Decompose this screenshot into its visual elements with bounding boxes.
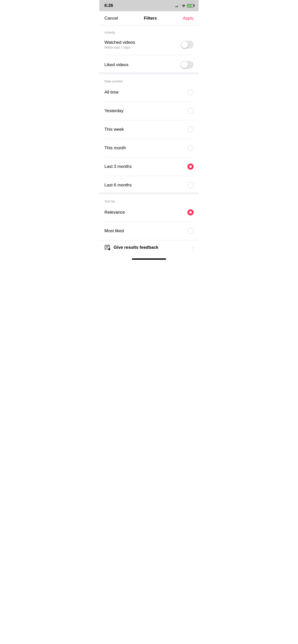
date-posted-section-label: Date posted bbox=[99, 74, 199, 85]
status-icons: ⚡ bbox=[175, 4, 194, 7]
signal-icon bbox=[175, 4, 180, 7]
divider bbox=[104, 55, 194, 55]
status-bar: 6:26 ⚡ bbox=[99, 0, 199, 11]
this-week-label: This week bbox=[104, 127, 124, 132]
toggle-knob-2 bbox=[181, 61, 188, 68]
battery-icon: ⚡ bbox=[187, 4, 194, 7]
last-3-months-radio[interactable] bbox=[187, 164, 194, 170]
liked-videos-label: Liked videos bbox=[104, 62, 129, 67]
all-time-label: All time bbox=[104, 90, 119, 95]
relevance-selected-indicator bbox=[187, 209, 194, 215]
most-liked-row[interactable]: Most liked bbox=[99, 224, 199, 238]
section-divider-1 bbox=[99, 72, 199, 74]
all-time-radio[interactable] bbox=[187, 89, 194, 95]
divider-6 bbox=[104, 176, 194, 176]
divider-3 bbox=[104, 120, 194, 120]
section-divider-2 bbox=[99, 192, 199, 194]
this-week-radio[interactable] bbox=[187, 126, 194, 133]
divider-7 bbox=[104, 222, 194, 222]
apply-button[interactable]: Apply bbox=[183, 16, 194, 21]
last-3-months-label: Last 3 months bbox=[104, 164, 132, 169]
relevance-radio[interactable] bbox=[187, 209, 194, 215]
this-week-row[interactable]: This week bbox=[99, 122, 199, 137]
yesterday-row[interactable]: Yesterday bbox=[99, 104, 199, 118]
this-month-label: This month bbox=[104, 145, 126, 151]
home-indicator bbox=[99, 255, 199, 263]
cancel-button[interactable]: Cancel bbox=[104, 16, 118, 21]
feedback-text: Give results feedback bbox=[114, 245, 158, 250]
sort-by-section-label: Sort by bbox=[99, 194, 199, 205]
home-bar bbox=[132, 258, 166, 260]
all-time-row[interactable]: All time bbox=[99, 85, 199, 99]
divider-5 bbox=[104, 157, 194, 157]
watched-videos-toggle[interactable] bbox=[181, 41, 194, 49]
nav-bar: Cancel Filters Apply bbox=[99, 11, 199, 25]
toggle-knob bbox=[181, 41, 188, 48]
watched-videos-row: Watched videos Within last 7 days bbox=[99, 36, 199, 53]
page-title: Filters bbox=[144, 16, 157, 21]
relevance-label: Relevance bbox=[104, 210, 125, 215]
most-liked-radio[interactable] bbox=[187, 228, 194, 234]
status-time: 6:26 bbox=[104, 3, 113, 8]
divider-4 bbox=[104, 139, 194, 139]
last-6-months-label: Last 6 months bbox=[104, 183, 132, 188]
watched-videos-sublabel: Within last 7 days bbox=[104, 46, 135, 49]
divider-2 bbox=[104, 101, 194, 102]
this-month-row[interactable]: This month bbox=[99, 141, 199, 155]
yesterday-label: Yesterday bbox=[104, 108, 124, 113]
feedback-row[interactable]: Give results feedback › bbox=[99, 240, 199, 255]
wifi-icon bbox=[182, 4, 186, 7]
radio-selected-indicator bbox=[187, 164, 194, 170]
last-3-months-row[interactable]: Last 3 months bbox=[99, 159, 199, 174]
last-6-months-row[interactable]: Last 6 months bbox=[99, 178, 199, 192]
relevance-row[interactable]: Relevance bbox=[99, 205, 199, 219]
most-liked-label: Most liked bbox=[104, 228, 124, 233]
last-6-months-radio[interactable] bbox=[187, 182, 194, 188]
watched-videos-label: Watched videos bbox=[104, 40, 135, 45]
yesterday-radio[interactable] bbox=[187, 108, 194, 114]
liked-videos-row: Liked videos bbox=[99, 57, 199, 72]
feedback-icon bbox=[104, 244, 111, 251]
activity-section-label: Activity bbox=[99, 25, 199, 36]
liked-videos-toggle[interactable] bbox=[181, 61, 194, 69]
chevron-right-icon: › bbox=[192, 245, 194, 250]
this-month-radio[interactable] bbox=[187, 145, 194, 151]
